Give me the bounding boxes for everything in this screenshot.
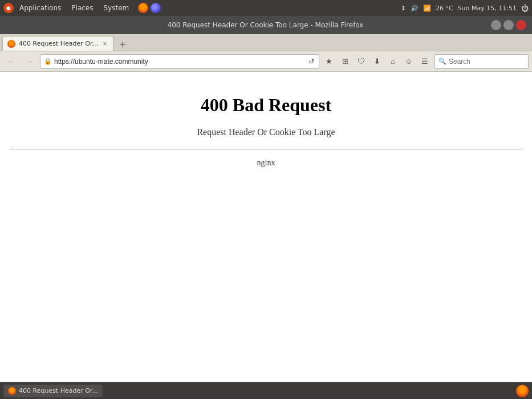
menu-button[interactable]: ☰: [417, 54, 432, 69]
url-input[interactable]: [54, 58, 305, 66]
nav-bar: ← → 🔒 ↺ ★ ⊞ 🛡 ⬇ ⌂ ☺ ☰ 🔍: [0, 51, 532, 72]
datetime-display: Sun May 15, 11:51: [458, 5, 517, 12]
home-button[interactable]: ⌂: [385, 54, 400, 69]
error-server-name: nginx: [257, 158, 275, 168]
bookmark-star-button[interactable]: ★: [322, 54, 336, 69]
nav-icons-right: ★ ⊞ 🛡 ⬇ ⌂ ☺ ☰: [322, 54, 432, 69]
home-icon: ⌂: [391, 57, 395, 66]
search-bar[interactable]: 🔍: [434, 54, 529, 69]
taskbar-item-label: 400 Request Header Or...: [19, 387, 98, 394]
download-button[interactable]: ⬇: [369, 54, 384, 69]
pocket-button[interactable]: 🛡: [354, 54, 368, 69]
reader-view-button[interactable]: ⊞: [338, 54, 352, 69]
error-subtitle: Request Header Or Cookie Too Large: [197, 127, 335, 137]
tab-bar: 400 Request Header Or... × +: [0, 34, 532, 51]
forward-button[interactable]: →: [22, 54, 38, 70]
error-title: 400 Bad Request: [201, 95, 331, 116]
applications-menu[interactable]: Applications: [15, 3, 66, 13]
places-menu[interactable]: Places: [67, 3, 98, 13]
emoji-button[interactable]: ☺: [401, 54, 416, 69]
system-label: System: [103, 4, 129, 12]
wifi-icon: 📶: [423, 5, 431, 12]
tab-title: 400 Request Header Or...: [19, 40, 98, 47]
applications-label: Applications: [19, 4, 61, 12]
minimize-button[interactable]: [491, 20, 501, 30]
search-input[interactable]: [449, 58, 532, 66]
url-bar[interactable]: 🔒 ↺: [40, 54, 319, 69]
window-titlebar: 400 Request Header Or Cookie Too Large -…: [0, 16, 532, 34]
taskbar: 400 Request Header Or...: [0, 382, 532, 399]
error-divider: [10, 149, 523, 149]
tab-favicon-icon: [7, 40, 15, 48]
system-tray-icon[interactable]: [151, 3, 161, 13]
system-menu[interactable]: System: [99, 3, 133, 13]
search-icon: 🔍: [438, 58, 446, 65]
back-button[interactable]: ←: [3, 54, 19, 70]
system-bar: ● Applications Places System ↕ 🔊 📶 26 °C…: [0, 0, 532, 16]
temperature-display: 26 °C: [436, 5, 453, 12]
system-bar-right: ↕ 🔊 📶 26 °C Sun May 15, 11:51 ⏻: [401, 4, 529, 13]
taskbar-firefox-item[interactable]: 400 Request Header Or...: [3, 385, 103, 397]
power-icon[interactable]: ⏻: [521, 4, 529, 13]
taskbar-right-icon[interactable]: [516, 385, 529, 397]
taskbar-firefox-icon: [8, 387, 16, 395]
browser-content: 400 Bad Request Request Header Or Cookie…: [0, 72, 532, 382]
close-button[interactable]: [516, 20, 526, 30]
forward-icon: →: [26, 57, 34, 66]
new-tab-button[interactable]: +: [116, 37, 129, 51]
maximize-button[interactable]: [503, 20, 514, 30]
places-label: Places: [71, 4, 93, 12]
refresh-icon[interactable]: ↺: [307, 56, 315, 67]
back-icon: ←: [7, 57, 15, 66]
secure-icon: 🔒: [44, 58, 52, 65]
firefox-taskbar-icon[interactable]: [138, 3, 148, 13]
ubuntu-logo-icon[interactable]: ●: [3, 3, 14, 13]
system-bar-left: ● Applications Places System: [3, 3, 161, 13]
window-title: 400 Request Header Or Cookie Too Large -…: [40, 21, 491, 29]
volume-icon: 🔊: [411, 5, 419, 12]
tab-close-button[interactable]: ×: [101, 40, 108, 47]
taskbar-right: [516, 385, 529, 397]
active-tab[interactable]: 400 Request Header Or... ×: [2, 36, 113, 51]
network-icon: ↕: [401, 5, 406, 12]
window-controls: [491, 20, 526, 30]
